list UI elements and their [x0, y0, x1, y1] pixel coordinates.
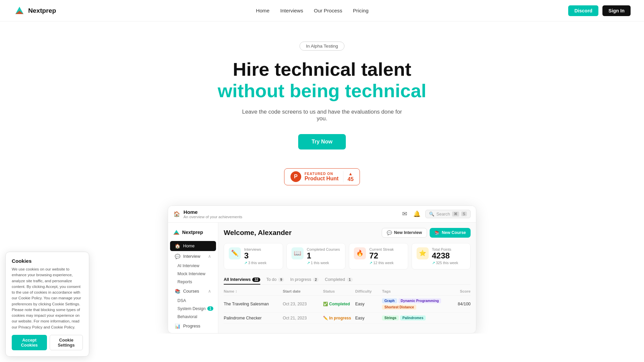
app-mail-icon[interactable]: ✉	[401, 209, 409, 219]
sidebar-item-home[interactable]: 🏠 Home	[170, 241, 216, 251]
courses-icon: 📚	[175, 289, 180, 294]
try-now-button[interactable]: Try Now	[298, 134, 346, 149]
discord-button[interactable]: Discord	[568, 5, 598, 16]
app-search[interactable]: 🔍 Search ⌘ S	[425, 210, 471, 218]
sidebar-brand-name: Nextprep	[182, 230, 203, 235]
sidebar-item-mock-interview[interactable]: Mock Interview	[177, 270, 218, 278]
row2-status: ✏️ In progress	[323, 316, 355, 320]
stat-card-streak: 🔥 Current Streak 72 ↗ 12 this week	[349, 243, 408, 269]
sidebar-courses-label: Courses	[183, 289, 199, 294]
row1-difficulty: Easy	[355, 302, 382, 306]
welcome-text: Welcome, Alexander	[224, 229, 291, 237]
tag-dynamic-programming: Dynamic Programming	[398, 298, 441, 303]
brand-logo-icon	[13, 5, 25, 17]
courses-stat-label: Completed Courses	[307, 247, 340, 251]
tab-in-progress[interactable]: In progress 2	[290, 275, 319, 285]
row1-date: Oct 23, 2023	[283, 302, 323, 306]
main-header: Welcome, Alexander 💬 New Interview 📚 New…	[224, 228, 471, 238]
new-interview-icon: 💬	[387, 230, 392, 235]
system-design-badge: 1	[207, 306, 213, 311]
navbar-brand[interactable]: Nextprep	[13, 5, 56, 17]
app-screenshot-wrapper: 🏠 Home An overview of your achievements …	[0, 199, 644, 334]
points-stat-label: Total Points	[432, 247, 459, 251]
tab-completed[interactable]: Completed 1	[325, 275, 353, 285]
app-home-icon: 🏠	[173, 211, 180, 217]
sidebar-item-ai-interview[interactable]: AI Interview	[177, 262, 218, 270]
sidebar-item-dsa[interactable]: DSA	[177, 297, 218, 305]
streak-stat-label: Current Streak	[369, 247, 394, 251]
tab-to-do[interactable]: To do 9	[266, 275, 284, 285]
streak-stat-value: 72	[369, 251, 394, 260]
nav-link-pricing[interactable]: Pricing	[353, 8, 368, 13]
signin-button[interactable]: Sign In	[602, 5, 631, 16]
tag-graph: Graph	[382, 298, 397, 303]
streak-stat-sub: ↗ 12 this week	[369, 261, 394, 265]
app-body: Nextprep 🏠 Home 💬 Interview ∧ AI Intervi…	[168, 223, 476, 333]
table-row: The Traveling Salesman Oct 23, 2023 ✅ Co…	[224, 296, 471, 313]
search-icon: 🔍	[429, 212, 434, 217]
alpha-badge: In Alpha Testing	[300, 42, 344, 51]
sidebar-interview-sub: AI Interview Mock Interview Reports	[168, 262, 218, 286]
sidebar-item-courses[interactable]: 📚 Courses ∧	[170, 286, 216, 296]
in-progress-status-badge: ✏️ In progress	[323, 316, 355, 320]
product-hunt-badge[interactable]: P FEATURED ON Product Hunt ▲ 45	[284, 168, 360, 185]
sidebar-brand: Nextprep	[168, 227, 218, 241]
sidebar-item-behavioral[interactable]: Behavioral	[177, 313, 218, 321]
table-row: Palindrome Checker Oct 21, 2023 ✏️ In pr…	[224, 313, 471, 323]
app-header-title: Home	[183, 209, 242, 215]
hero-section: In Alpha Testing Hire technical talent w…	[0, 21, 644, 199]
streak-stat-icon: 🔥	[354, 247, 366, 259]
interview-icon: 💬	[175, 254, 180, 259]
product-hunt-arrow-icon: ▲	[348, 171, 353, 176]
interview-expand-icon: ∧	[208, 254, 211, 259]
courses-stat-value: 1	[307, 251, 340, 260]
row2-difficulty: Easy	[355, 316, 382, 320]
tag-shortest-distance: Shortest Distance	[382, 305, 416, 310]
tab-todo-count: 9	[278, 278, 284, 282]
progress-icon: 📊	[175, 323, 180, 329]
product-hunt-name: Product Hunt	[305, 176, 338, 182]
row2-tags: Strings Palindromes	[382, 315, 449, 320]
nav-link-home[interactable]: Home	[256, 8, 270, 13]
sidebar-item-reports[interactable]: Reports	[177, 278, 218, 286]
new-course-button[interactable]: 📚 New Course	[430, 228, 471, 238]
col-header-date: Start date	[283, 289, 323, 293]
row1-score: 84/100	[449, 302, 471, 306]
col-header-score: Score	[449, 289, 471, 293]
app-bell-icon[interactable]: 🔔	[412, 209, 422, 219]
product-hunt-votes: 45	[347, 176, 354, 182]
nav-link-interviews[interactable]: Interviews	[280, 8, 303, 13]
tab-all-count: 32	[252, 278, 260, 282]
sidebar-item-system-design[interactable]: System Design 1	[177, 305, 218, 313]
product-hunt-featured-label: FEATURED ON	[305, 172, 333, 176]
row1-tags: Graph Dynamic Programming Shortest Dista…	[382, 298, 449, 310]
search-kbd-ctrl: ⌘	[452, 212, 459, 217]
new-interview-button[interactable]: 💬 New Interview	[382, 228, 427, 238]
row1-name: The Traveling Salesman	[224, 302, 283, 306]
interviews-stat-sub: ↗ 3 this week	[244, 261, 266, 265]
search-kbd-s: S	[461, 212, 467, 216]
hero-title-line2: without being technical	[7, 80, 637, 102]
tab-all-interviews[interactable]: All Interviews 32	[224, 275, 260, 285]
courses-stat-sub: ↗ 1 this week	[307, 261, 340, 265]
sidebar-interview-label: Interview	[183, 254, 200, 259]
product-hunt-logo: P	[290, 171, 301, 182]
home-icon: 🏠	[175, 243, 180, 249]
app-header-subtitle: An overview of your achievements	[183, 215, 242, 219]
tag-palindromes: Palindromes	[400, 315, 426, 320]
app-main-content: Welcome, Alexander 💬 New Interview 📚 New…	[218, 223, 476, 333]
sidebar-item-interview[interactable]: 💬 Interview ∧	[170, 251, 216, 261]
courses-expand-icon: ∧	[208, 289, 211, 294]
col-header-difficulty: Difficulty	[355, 289, 382, 293]
tag-strings: Strings	[382, 315, 399, 320]
sidebar-item-progress[interactable]: 📊 Progress	[170, 321, 216, 331]
row2-date: Oct 21, 2023	[283, 316, 323, 320]
interviews-stat-value: 3	[244, 251, 266, 260]
stat-card-interviews: ✏️ Interviews 3 ↗ 3 this week	[224, 243, 283, 269]
col-header-tags: Tags	[382, 289, 449, 293]
col-header-status: Status	[323, 289, 355, 293]
interviews-stat-icon: ✏️	[229, 247, 241, 259]
col-header-name: Name ↕	[224, 289, 283, 293]
nav-link-process[interactable]: Our Process	[314, 8, 342, 13]
points-stat-icon: ⭐	[417, 247, 429, 259]
